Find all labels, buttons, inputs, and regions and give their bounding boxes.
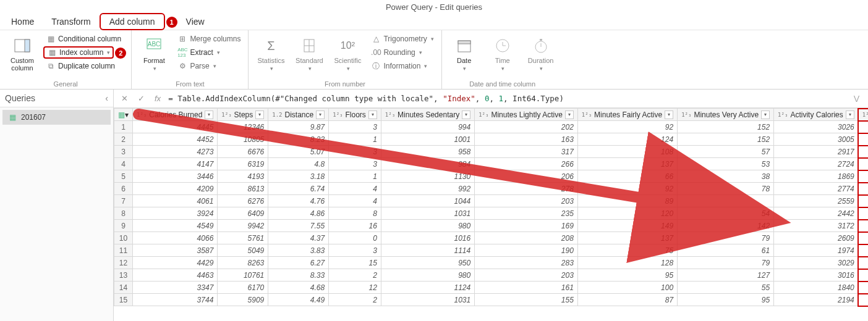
cell[interactable]: 12	[329, 281, 381, 294]
cell[interactable]: 4273	[133, 146, 218, 158]
cell[interactable]: 4463	[133, 269, 218, 281]
cell[interactable]: 92	[577, 183, 677, 195]
cell[interactable]: 137	[577, 158, 677, 170]
cell[interactable]: 4.86	[268, 207, 329, 220]
cell[interactable]: 155	[475, 294, 578, 306]
table-row[interactable]: 5344641933.1811130206663818694	[114, 170, 869, 183]
cell[interactable]: 3347	[133, 281, 218, 294]
cell[interactable]: 6.27	[268, 257, 329, 269]
parse-button[interactable]: ⚙ Parse ▾	[175, 60, 243, 72]
cell[interactable]	[678, 195, 774, 207]
cell[interactable]: 3744	[133, 294, 218, 306]
filter-button[interactable]: ▾	[205, 110, 213, 119]
cell[interactable]: 6	[858, 195, 868, 207]
statistics-button[interactable]: Σ Statistics ▾	[253, 33, 288, 75]
filter-button[interactable]: ▾	[368, 110, 377, 119]
cell[interactable]: 38	[678, 170, 774, 183]
cell[interactable]: 6.74	[268, 183, 329, 195]
scientific-button[interactable]: 10² Scientific ▾	[330, 33, 365, 75]
cell[interactable]: 1	[329, 133, 381, 146]
cell[interactable]: 152	[678, 121, 774, 133]
cell[interactable]: 278	[475, 183, 578, 195]
cell[interactable]: 6409	[218, 207, 268, 220]
cell[interactable]: 4.76	[268, 195, 329, 207]
filter-button[interactable]: ▾	[462, 110, 470, 119]
cell[interactable]: 2194	[774, 294, 859, 306]
cell[interactable]: 16	[329, 220, 381, 232]
cell[interactable]: 992	[381, 183, 474, 195]
table-row[interactable]: 15374459094.49210311558795219414	[114, 294, 869, 306]
column-header[interactable]: 1²₃ Steps▾	[218, 109, 268, 121]
cell[interactable]: 10805	[218, 133, 268, 146]
table-row[interactable]: 6420986136.744992278927827745	[114, 183, 869, 195]
cell[interactable]: 3446	[133, 170, 218, 183]
cell[interactable]: 10761	[218, 269, 268, 281]
cell[interactable]: 0	[858, 121, 868, 133]
conditional-column-button[interactable]: ▦ Conditional column	[43, 33, 126, 45]
table-row[interactable]: 4414763194.839842661375327243	[114, 158, 869, 170]
cell[interactable]: 169	[475, 220, 578, 232]
cell[interactable]: 4.49	[268, 294, 329, 306]
cell[interactable]: 1114	[381, 244, 474, 257]
cell[interactable]: 9942	[218, 220, 268, 232]
cell[interactable]: 266	[475, 158, 578, 170]
cell[interactable]: 89	[577, 195, 677, 207]
cell[interactable]: 4445	[133, 121, 218, 133]
table-row[interactable]: 14334761704.6812112416110055184013	[114, 281, 869, 294]
table-row[interactable]: 7406162764.76410442038925596	[114, 195, 869, 207]
cell[interactable]: 3005	[774, 133, 859, 146]
column-header[interactable]: 1²₃ Minutes Lightly Active▾	[475, 109, 578, 121]
cell[interactable]: 202	[475, 121, 578, 133]
cell[interactable]: 317	[475, 146, 578, 158]
query-item[interactable]: ▦ 201607	[2, 110, 111, 125]
cell[interactable]: 8	[329, 207, 381, 220]
cell[interactable]: 2559	[774, 195, 859, 207]
cell[interactable]: 128	[577, 257, 677, 269]
tab-home[interactable]: Home	[2, 14, 43, 29]
cell[interactable]: 208	[475, 232, 578, 244]
cell[interactable]: 6276	[218, 195, 268, 207]
cell[interactable]: 87	[577, 294, 677, 306]
cell[interactable]: 4.68	[268, 281, 329, 294]
cell[interactable]: 4066	[133, 232, 218, 244]
cell[interactable]: 108	[577, 146, 677, 158]
column-header[interactable]: 1²₃ Minutes Fairly Active▾	[577, 109, 677, 121]
table-row[interactable]: 12442982636.271595028312879302911	[114, 257, 869, 269]
row-number[interactable]: 9	[114, 220, 133, 232]
cell[interactable]: 4429	[133, 257, 218, 269]
cell[interactable]: 152	[678, 133, 774, 146]
column-header[interactable]: 1²₃ Minutes Very Active▾	[678, 109, 774, 121]
duration-button[interactable]: Duration ▾	[524, 33, 558, 75]
collapse-pane-icon[interactable]: ‹	[105, 93, 108, 103]
cell[interactable]: 1	[329, 170, 381, 183]
cell[interactable]: 57	[678, 146, 774, 158]
cell[interactable]: 3924	[133, 207, 218, 220]
cell[interactable]: 1130	[381, 170, 474, 183]
custom-column-button[interactable]: Custom column	[5, 33, 40, 75]
standard-button[interactable]: Standard ▾	[292, 33, 326, 75]
cell[interactable]: 78	[678, 183, 774, 195]
cell[interactable]: 4	[329, 195, 381, 207]
cell[interactable]: 4	[858, 170, 868, 183]
cell[interactable]: 6676	[218, 146, 268, 158]
data-grid-scroll[interactable]: ▦▾1²₃ Calories Burned▾1²₃ Steps▾1.2 Dist…	[114, 108, 868, 321]
cell[interactable]: 4193	[218, 170, 268, 183]
column-header[interactable]: 1²₃ Calories Burned▾	[133, 109, 218, 121]
cell[interactable]: 11	[858, 257, 868, 269]
cell[interactable]: 206	[475, 170, 578, 183]
cell[interactable]: 14	[858, 294, 868, 306]
column-header[interactable]: 1²₃ Activity Calories▾	[774, 109, 859, 121]
cancel-formula-button[interactable]: ✕	[119, 94, 130, 103]
row-number[interactable]: 3	[114, 146, 133, 158]
grid-corner[interactable]: ▦▾	[114, 109, 133, 121]
cell[interactable]: 163	[475, 133, 578, 146]
cell[interactable]: 79	[678, 232, 774, 244]
row-number[interactable]: 11	[114, 244, 133, 257]
row-number[interactable]: 13	[114, 269, 133, 281]
cell[interactable]: 4.8	[268, 158, 329, 170]
cell[interactable]: 2	[329, 294, 381, 306]
cell[interactable]: 3587	[133, 244, 218, 257]
cell[interactable]: 124	[577, 133, 677, 146]
cell[interactable]: 9.87	[268, 121, 329, 133]
cell[interactable]: 2724	[774, 158, 859, 170]
